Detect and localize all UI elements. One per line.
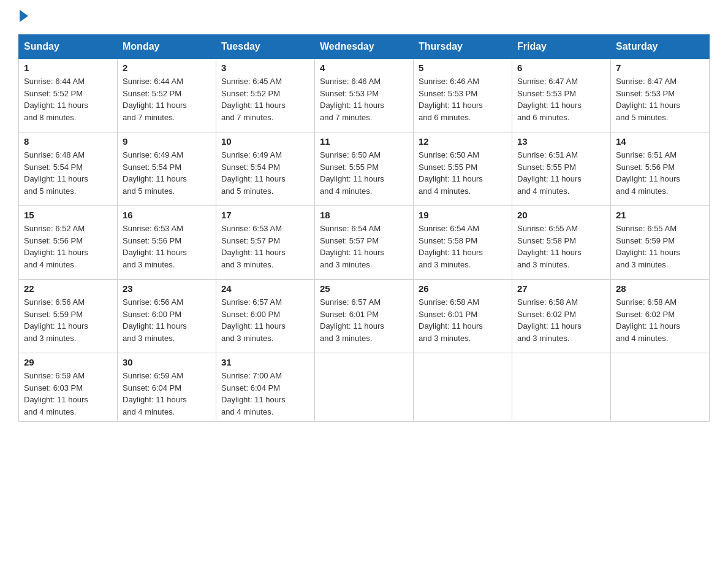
week-row-1: 1Sunrise: 6:44 AMSunset: 5:52 PMDaylight… [19, 59, 710, 132]
day-number: 22 [24, 283, 112, 294]
day-info: Sunrise: 6:58 AMSunset: 6:01 PMDaylight:… [419, 296, 507, 344]
page-header [18, 12, 710, 22]
day-info: Sunrise: 6:55 AMSunset: 5:58 PMDaylight:… [517, 223, 605, 270]
day-number: 24 [221, 283, 309, 294]
day-number: 27 [517, 283, 605, 294]
day-number: 21 [616, 210, 704, 220]
week-row-5: 29Sunrise: 6:59 AMSunset: 6:03 PMDayligh… [19, 353, 710, 422]
calendar-cell: 8Sunrise: 6:48 AMSunset: 5:54 PMDaylight… [19, 132, 118, 206]
day-info: Sunrise: 6:59 AMSunset: 6:03 PMDaylight:… [24, 370, 112, 418]
day-info: Sunrise: 6:51 AMSunset: 5:56 PMDaylight:… [616, 149, 704, 197]
calendar-cell [315, 353, 414, 422]
day-info: Sunrise: 6:57 AMSunset: 6:00 PMDaylight:… [221, 296, 309, 344]
day-number: 18 [320, 210, 408, 220]
day-number: 25 [320, 283, 408, 294]
day-info: Sunrise: 6:47 AMSunset: 5:53 PMDaylight:… [616, 75, 704, 123]
col-header-sunday: Sunday [19, 35, 118, 59]
day-info: Sunrise: 6:46 AMSunset: 5:53 PMDaylight:… [419, 75, 507, 123]
col-header-friday: Friday [512, 35, 611, 59]
day-number: 11 [320, 136, 408, 147]
day-info: Sunrise: 6:57 AMSunset: 6:01 PMDaylight:… [320, 296, 408, 344]
day-number: 2 [123, 63, 211, 73]
day-number: 14 [616, 136, 704, 147]
calendar-cell: 9Sunrise: 6:49 AMSunset: 5:54 PMDaylight… [118, 132, 216, 206]
col-header-wednesday: Wednesday [315, 35, 414, 59]
day-info: Sunrise: 6:55 AMSunset: 5:59 PMDaylight:… [616, 223, 704, 270]
calendar-cell: 18Sunrise: 6:54 AMSunset: 5:57 PMDayligh… [315, 206, 414, 280]
logo [18, 12, 28, 22]
day-number: 23 [123, 283, 211, 294]
day-info: Sunrise: 6:56 AMSunset: 5:59 PMDaylight:… [24, 296, 112, 344]
day-number: 8 [24, 136, 112, 147]
day-info: Sunrise: 6:46 AMSunset: 5:53 PMDaylight:… [320, 75, 408, 123]
calendar-cell: 11Sunrise: 6:50 AMSunset: 5:55 PMDayligh… [315, 132, 414, 206]
day-number: 9 [123, 136, 211, 147]
day-info: Sunrise: 6:49 AMSunset: 5:54 PMDaylight:… [123, 149, 211, 197]
day-number: 1 [24, 63, 112, 73]
calendar-cell: 30Sunrise: 6:59 AMSunset: 6:04 PMDayligh… [118, 353, 216, 422]
week-row-4: 22Sunrise: 6:56 AMSunset: 5:59 PMDayligh… [19, 280, 710, 353]
calendar-cell: 21Sunrise: 6:55 AMSunset: 5:59 PMDayligh… [611, 206, 710, 280]
day-number: 6 [517, 63, 605, 73]
day-info: Sunrise: 6:47 AMSunset: 5:53 PMDaylight:… [517, 75, 605, 123]
week-row-2: 8Sunrise: 6:48 AMSunset: 5:54 PMDaylight… [19, 132, 710, 206]
logo-arrow-icon [20, 10, 28, 22]
day-number: 5 [419, 63, 507, 73]
calendar-cell: 24Sunrise: 6:57 AMSunset: 6:00 PMDayligh… [216, 280, 315, 353]
calendar-cell: 12Sunrise: 6:50 AMSunset: 5:55 PMDayligh… [414, 132, 512, 206]
calendar-cell [512, 353, 611, 422]
day-info: Sunrise: 6:54 AMSunset: 5:58 PMDaylight:… [419, 223, 507, 270]
day-info: Sunrise: 6:54 AMSunset: 5:57 PMDaylight:… [320, 223, 408, 270]
calendar-header-row: SundayMondayTuesdayWednesdayThursdayFrid… [19, 35, 710, 59]
col-header-tuesday: Tuesday [216, 35, 315, 59]
calendar-cell: 22Sunrise: 6:56 AMSunset: 5:59 PMDayligh… [19, 280, 118, 353]
calendar-cell: 14Sunrise: 6:51 AMSunset: 5:56 PMDayligh… [611, 132, 710, 206]
day-number: 20 [517, 210, 605, 220]
day-info: Sunrise: 6:49 AMSunset: 5:54 PMDaylight:… [221, 149, 309, 197]
day-info: Sunrise: 6:50 AMSunset: 5:55 PMDaylight:… [419, 149, 507, 197]
calendar-cell: 10Sunrise: 6:49 AMSunset: 5:54 PMDayligh… [216, 132, 315, 206]
calendar-cell: 2Sunrise: 6:44 AMSunset: 5:52 PMDaylight… [118, 59, 216, 132]
calendar-cell: 4Sunrise: 6:46 AMSunset: 5:53 PMDaylight… [315, 59, 414, 132]
calendar-cell: 27Sunrise: 6:58 AMSunset: 6:02 PMDayligh… [512, 280, 611, 353]
calendar-cell: 17Sunrise: 6:53 AMSunset: 5:57 PMDayligh… [216, 206, 315, 280]
day-info: Sunrise: 6:58 AMSunset: 6:02 PMDaylight:… [517, 296, 605, 344]
calendar-cell: 6Sunrise: 6:47 AMSunset: 5:53 PMDaylight… [512, 59, 611, 132]
day-number: 12 [419, 136, 507, 147]
day-number: 17 [221, 210, 309, 220]
calendar-cell: 7Sunrise: 6:47 AMSunset: 5:53 PMDaylight… [611, 59, 710, 132]
calendar-cell: 29Sunrise: 6:59 AMSunset: 6:03 PMDayligh… [19, 353, 118, 422]
day-number: 31 [221, 357, 309, 367]
day-number: 13 [517, 136, 605, 147]
day-info: Sunrise: 6:53 AMSunset: 5:56 PMDaylight:… [123, 223, 211, 270]
day-info: Sunrise: 6:59 AMSunset: 6:04 PMDaylight:… [123, 370, 211, 418]
day-info: Sunrise: 6:50 AMSunset: 5:55 PMDaylight:… [320, 149, 408, 197]
day-info: Sunrise: 6:51 AMSunset: 5:55 PMDaylight:… [517, 149, 605, 197]
calendar-cell: 16Sunrise: 6:53 AMSunset: 5:56 PMDayligh… [118, 206, 216, 280]
day-info: Sunrise: 6:44 AMSunset: 5:52 PMDaylight:… [123, 75, 211, 123]
calendar-cell: 25Sunrise: 6:57 AMSunset: 6:01 PMDayligh… [315, 280, 414, 353]
calendar-cell: 15Sunrise: 6:52 AMSunset: 5:56 PMDayligh… [19, 206, 118, 280]
day-info: Sunrise: 6:52 AMSunset: 5:56 PMDaylight:… [24, 223, 112, 270]
day-number: 10 [221, 136, 309, 147]
calendar-cell [611, 353, 710, 422]
day-number: 15 [24, 210, 112, 220]
day-number: 30 [123, 357, 211, 367]
day-info: Sunrise: 6:56 AMSunset: 6:00 PMDaylight:… [123, 296, 211, 344]
calendar-cell: 31Sunrise: 7:00 AMSunset: 6:04 PMDayligh… [216, 353, 315, 422]
calendar-cell: 5Sunrise: 6:46 AMSunset: 5:53 PMDaylight… [414, 59, 512, 132]
day-info: Sunrise: 6:44 AMSunset: 5:52 PMDaylight:… [24, 75, 112, 123]
calendar-cell: 28Sunrise: 6:58 AMSunset: 6:02 PMDayligh… [611, 280, 710, 353]
day-number: 7 [616, 63, 704, 73]
day-info: Sunrise: 6:53 AMSunset: 5:57 PMDaylight:… [221, 223, 309, 270]
calendar-cell: 13Sunrise: 6:51 AMSunset: 5:55 PMDayligh… [512, 132, 611, 206]
calendar-cell [414, 353, 512, 422]
calendar-cell: 23Sunrise: 6:56 AMSunset: 6:00 PMDayligh… [118, 280, 216, 353]
day-info: Sunrise: 6:45 AMSunset: 5:52 PMDaylight:… [221, 75, 309, 123]
day-info: Sunrise: 6:58 AMSunset: 6:02 PMDaylight:… [616, 296, 704, 344]
day-number: 16 [123, 210, 211, 220]
day-number: 4 [320, 63, 408, 73]
col-header-monday: Monday [118, 35, 216, 59]
calendar-cell: 20Sunrise: 6:55 AMSunset: 5:58 PMDayligh… [512, 206, 611, 280]
calendar-cell: 19Sunrise: 6:54 AMSunset: 5:58 PMDayligh… [414, 206, 512, 280]
